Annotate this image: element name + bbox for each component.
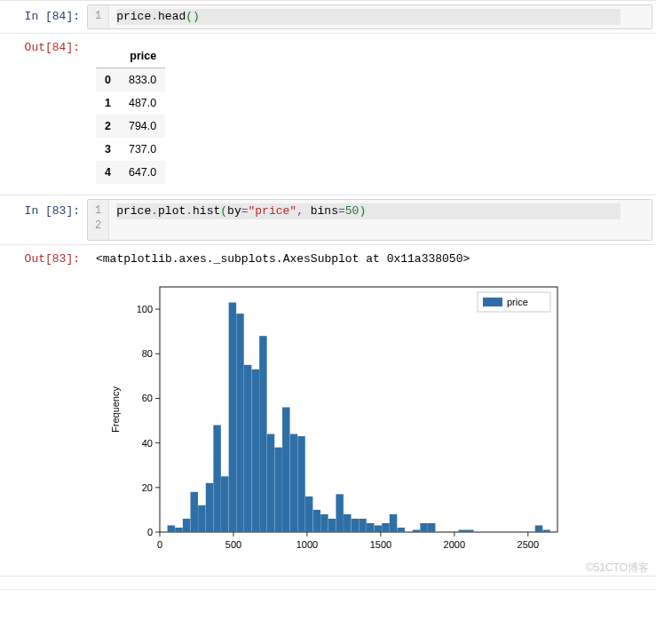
df-cell: 794.0 — [120, 115, 165, 138]
code-editor[interactable]: 12 price.plot.hist(by="price", bins=50) — [87, 199, 652, 240]
in-prompt: In [84]: — [0, 4, 87, 29]
out-prompt: Out[84]: — [0, 36, 87, 195]
svg-rect-60 — [458, 529, 465, 532]
svg-text:Frequency: Frequency — [110, 386, 121, 432]
svg-rect-54 — [382, 523, 389, 532]
svg-rect-59 — [428, 523, 435, 532]
svg-rect-46 — [320, 513, 328, 531]
svg-rect-32 — [213, 425, 220, 531]
input-cell[interactable]: In [83]: 12 price.plot.hist(by="price", … — [0, 195, 656, 244]
out-prompt: Out[83]: — [0, 247, 87, 573]
in-prompt — [0, 580, 87, 591]
svg-rect-57 — [413, 529, 420, 532]
output-content: price 0833.0 1487.0 2794.0 3737.0 4647.0 — [87, 36, 656, 195]
code-cell[interactable]: 12 price.plot.hist(by="price", bins=50) — [87, 199, 656, 240]
svg-text:1500: 1500 — [370, 539, 391, 550]
df-index: 0 — [96, 68, 120, 92]
code-line: price.plot.hist(by="price", bins=50) — [116, 203, 620, 219]
svg-rect-40 — [274, 447, 281, 531]
chart-svg: 02040608010005001000150020002500Frequenc… — [105, 274, 566, 559]
watermark: ©51CTO博客 — [0, 561, 656, 576]
svg-text:2000: 2000 — [444, 539, 465, 550]
svg-rect-44 — [305, 496, 312, 531]
table-row: 0833.0 — [96, 68, 165, 92]
df-cell: 487.0 — [120, 91, 165, 115]
code-line: price.head() — [116, 9, 620, 25]
svg-rect-49 — [344, 513, 351, 531]
svg-rect-50 — [352, 519, 359, 532]
svg-text:500: 500 — [225, 539, 241, 550]
table-row: 3737.0 — [96, 138, 165, 161]
output-row: Out[83]: <matplotlib.axes._subplots.Axes… — [0, 247, 656, 573]
table-row: 4647.0 — [96, 161, 165, 184]
in-prompt: In [83]: — [0, 199, 87, 240]
svg-text:40: 40 — [142, 437, 153, 448]
df-cell: 833.0 — [120, 68, 165, 92]
svg-rect-38 — [259, 336, 266, 532]
svg-rect-65 — [483, 298, 502, 306]
svg-rect-47 — [328, 519, 336, 532]
svg-rect-51 — [359, 519, 366, 532]
svg-rect-63 — [542, 529, 549, 532]
svg-rect-41 — [282, 407, 289, 532]
df-corner — [96, 44, 120, 68]
svg-text:1000: 1000 — [296, 539, 318, 550]
svg-rect-36 — [244, 364, 251, 531]
svg-rect-28 — [183, 519, 190, 532]
svg-text:0: 0 — [157, 539, 162, 550]
svg-rect-42 — [290, 433, 297, 531]
svg-text:2500: 2500 — [518, 539, 539, 550]
svg-rect-55 — [390, 513, 397, 531]
line-gutter: 1 — [88, 5, 109, 28]
input-cell[interactable]: In [84]: 1 price.head() — [0, 0, 656, 34]
empty-cell — [87, 580, 656, 585]
svg-rect-34 — [229, 302, 236, 531]
svg-rect-58 — [420, 523, 427, 532]
repr-text: <matplotlib.axes._subplots.AxesSubplot a… — [96, 252, 470, 266]
svg-rect-56 — [397, 528, 404, 532]
df-col-header: price — [120, 44, 165, 68]
line-gutter: 12 — [88, 200, 109, 239]
svg-rect-48 — [336, 494, 343, 532]
df-cell: 647.0 — [120, 161, 165, 184]
svg-rect-29 — [191, 491, 198, 531]
output-row: Out[84]: price 0833.0 1487.0 2794.0 3737… — [0, 36, 656, 195]
histogram-chart: 02040608010005001000150020002500Frequenc… — [105, 274, 656, 562]
svg-text:20: 20 — [142, 481, 153, 492]
svg-rect-52 — [367, 523, 374, 532]
svg-rect-61 — [466, 529, 473, 532]
df-index: 3 — [96, 138, 120, 161]
code-cell[interactable]: 1 price.head() — [87, 4, 656, 29]
input-cell — [0, 576, 656, 590]
table-row: 1487.0 — [96, 91, 165, 115]
code-editor[interactable]: 1 price.head() — [87, 4, 652, 29]
dataframe-table: price 0833.0 1487.0 2794.0 3737.0 4647.0 — [96, 44, 165, 184]
svg-rect-62 — [535, 525, 542, 532]
output-content: <matplotlib.axes._subplots.AxesSubplot a… — [87, 247, 656, 573]
df-cell: 737.0 — [120, 138, 165, 161]
svg-text:80: 80 — [142, 348, 153, 359]
svg-text:0: 0 — [147, 527, 153, 537]
svg-rect-45 — [313, 509, 320, 531]
df-index: 1 — [96, 91, 120, 115]
svg-rect-53 — [375, 525, 382, 532]
svg-text:100: 100 — [137, 304, 153, 314]
svg-text:60: 60 — [142, 393, 153, 403]
df-index: 4 — [96, 161, 120, 184]
table-row: 2794.0 — [96, 115, 165, 138]
svg-rect-39 — [267, 433, 274, 531]
svg-rect-43 — [297, 436, 304, 532]
svg-rect-30 — [198, 505, 205, 531]
svg-rect-31 — [206, 482, 213, 531]
svg-rect-33 — [221, 476, 228, 532]
svg-text:price: price — [507, 297, 528, 307]
svg-rect-37 — [252, 369, 259, 531]
svg-rect-35 — [236, 314, 243, 532]
df-index: 2 — [96, 115, 120, 138]
svg-rect-27 — [175, 528, 182, 532]
svg-rect-26 — [168, 525, 175, 532]
code-line — [116, 220, 123, 234]
